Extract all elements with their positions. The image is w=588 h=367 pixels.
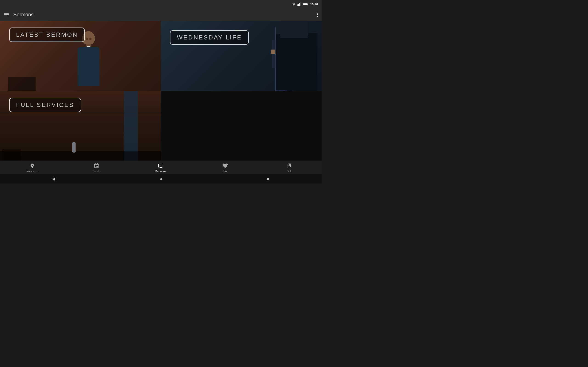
status-bar: 10:26 [0,0,321,8]
sermons-label: Sermons [155,170,166,173]
recent-button[interactable]: ■ [267,177,269,181]
signal-icon [297,2,301,6]
wednesday-life-label: WEDNESDAY LIFE [177,34,242,41]
sermons-icon [158,163,164,169]
svg-rect-4 [300,2,300,6]
svg-rect-2 [298,4,299,6]
panel-full-services[interactable]: FULL SERVICES [0,91,161,161]
latest-sermon-button[interactable]: LATEST SERMON [9,27,85,42]
status-icons: 10:26 [292,2,318,6]
nav-welcome[interactable]: Welcome [0,163,64,173]
app-title: Sermons [13,12,317,18]
welcome-label: Welcome [27,170,37,173]
panel-latest-sermon[interactable]: LATEST SERMON [0,21,161,91]
wednesday-life-button[interactable]: WEDNESDAY LIFE [170,30,249,45]
bible-label: Bible [287,170,292,173]
svg-point-0 [294,5,294,6]
svg-rect-3 [299,3,300,6]
nav-give[interactable]: Give [193,163,257,173]
vertical-divider [161,21,161,161]
full-services-button[interactable]: FULL SERVICES [9,98,81,112]
welcome-icon [29,163,35,169]
app-bar: Sermons [0,8,321,21]
nav-sermons[interactable]: Sermons [129,163,193,173]
give-label: Give [223,170,228,173]
status-time: 10:26 [310,2,318,6]
give-icon [222,163,228,169]
bible-icon [286,163,292,169]
nav-bible[interactable]: Bible [257,163,321,173]
svg-rect-1 [297,4,298,6]
panel-wednesday-life[interactable]: WEDNESDAY LIFE [161,21,321,91]
latest-sermon-label: LATEST SERMON [16,31,78,38]
full-services-label: FULL SERVICES [16,101,74,108]
menu-button[interactable] [4,13,9,16]
back-button[interactable]: ◀ [52,176,55,181]
events-label: Events [93,170,100,173]
battery-icon [303,3,308,6]
more-options-button[interactable] [317,13,318,17]
nav-events[interactable]: Events [64,163,129,173]
events-icon [94,163,99,169]
svg-rect-6 [307,4,308,5]
horizontal-divider [0,113,161,113]
system-nav-bar: ◀ ● ■ [0,174,321,184]
wifi-icon [292,2,296,6]
bottom-nav: Welcome Events Sermons Give [0,161,321,174]
panel-empty [161,91,321,161]
svg-rect-7 [303,3,307,5]
home-button[interactable]: ● [160,177,162,181]
